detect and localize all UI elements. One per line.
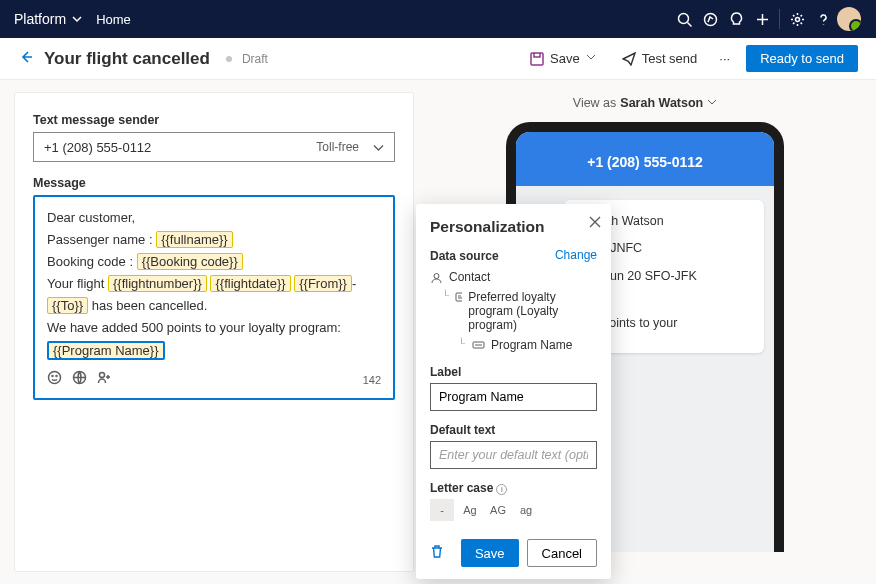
back-button[interactable]	[18, 49, 34, 68]
close-button[interactable]	[589, 216, 601, 231]
help-icon[interactable]	[810, 0, 836, 38]
token-flightdate[interactable]: {{flightdate}}	[210, 275, 290, 292]
delete-button[interactable]	[430, 544, 444, 562]
chevron-down-icon	[586, 52, 600, 66]
svg-point-1	[704, 13, 716, 25]
gear-icon[interactable]	[784, 0, 810, 38]
save-icon	[530, 52, 544, 66]
page-title: Your flight cancelled	[44, 49, 210, 69]
test-send-button[interactable]: Test send	[616, 47, 704, 70]
top-nav: Platform Home	[0, 0, 876, 38]
nav-home[interactable]: Home	[96, 12, 131, 27]
token-program-name[interactable]: {{Program Name}}	[47, 341, 165, 360]
chevron-down-icon	[707, 97, 717, 107]
plus-icon[interactable]	[749, 0, 775, 38]
status-dot	[226, 56, 232, 62]
lettercase-lower[interactable]: ag	[514, 499, 538, 521]
field-icon	[472, 340, 485, 351]
token-fullname[interactable]: {{fullname}}	[156, 231, 233, 248]
emoji-icon[interactable]	[47, 370, 62, 392]
send-icon	[622, 52, 636, 66]
info-icon[interactable]: i	[496, 484, 507, 495]
person-icon	[430, 272, 443, 283]
command-bar: Your flight cancelled Draft Save Test se…	[0, 38, 876, 80]
svg-point-6	[56, 375, 57, 376]
card-icon	[455, 292, 462, 303]
popover-title: Personalization	[430, 218, 597, 236]
popover-save-button[interactable]: Save	[461, 539, 519, 567]
more-button[interactable]: ···	[713, 47, 736, 70]
lettercase-none[interactable]: -	[430, 499, 454, 521]
svg-rect-10	[456, 293, 462, 301]
phone-header: +1 (208) 555-0112	[516, 132, 774, 186]
token-flightnumber[interactable]: {{flightnumber}}	[108, 275, 207, 292]
target-icon[interactable]	[697, 0, 723, 38]
search-icon[interactable]	[671, 0, 697, 38]
svg-point-8	[100, 372, 105, 377]
sender-select[interactable]: +1 (208) 555-0112 Toll-free	[33, 132, 395, 162]
chevron-down-icon	[72, 14, 82, 24]
user-avatar[interactable]	[836, 0, 862, 38]
save-button[interactable]: Save	[524, 47, 606, 70]
svg-point-4	[49, 371, 61, 383]
lettercase-sentence[interactable]: Ag	[458, 499, 482, 521]
globe-icon[interactable]	[72, 370, 87, 392]
personalization-icon[interactable]	[97, 370, 112, 392]
lettercase-upper[interactable]: AG	[486, 499, 510, 521]
token-booking-code[interactable]: {{Booking code}}	[137, 253, 243, 270]
svg-point-0	[678, 13, 688, 23]
svg-rect-3	[531, 53, 543, 65]
default-text-input[interactable]	[430, 441, 597, 469]
view-as-selector[interactable]: View asSarah Watson	[414, 96, 876, 110]
status-badge: Draft	[242, 52, 268, 66]
change-link[interactable]: Change	[555, 248, 597, 262]
data-source-tree: Contact └Preferred loyalty program (Loya…	[430, 267, 597, 355]
char-count: 142	[363, 371, 381, 390]
svg-point-5	[52, 375, 53, 376]
ready-to-send-button[interactable]: Ready to send	[746, 45, 858, 72]
token-from[interactable]: {{From}}	[294, 275, 352, 292]
chevron-down-icon	[373, 142, 384, 153]
personalization-popover: Personalization Data sourceChange Contac…	[416, 204, 611, 579]
label-input[interactable]	[430, 383, 597, 411]
message-editor[interactable]: Dear customer, Passenger name : {{fullna…	[33, 195, 395, 400]
letter-case-group: - Ag AG ag	[430, 499, 597, 521]
token-to[interactable]: {{To}}	[47, 297, 88, 314]
popover-cancel-button[interactable]: Cancel	[527, 539, 597, 567]
sender-label: Text message sender	[33, 113, 395, 127]
svg-point-2	[795, 17, 799, 21]
svg-point-9	[434, 274, 439, 279]
editor-panel: Text message sender +1 (208) 555-0112 To…	[14, 92, 414, 572]
message-label: Message	[33, 176, 395, 190]
app-brand[interactable]: Platform	[14, 11, 82, 27]
lightbulb-icon[interactable]	[723, 0, 749, 38]
